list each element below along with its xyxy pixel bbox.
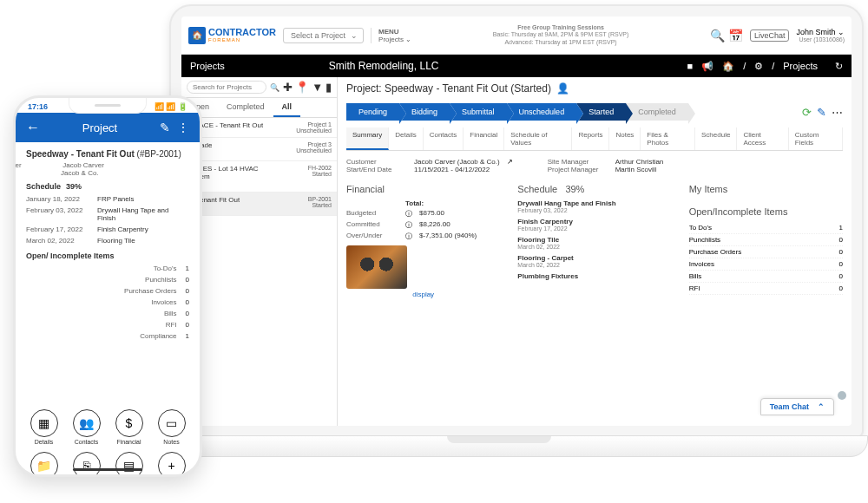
- p-sched-date: January 18, 2022: [26, 195, 92, 203]
- breadcrumb[interactable]: Projects: [783, 61, 818, 71]
- refresh-icon[interactable]: ⟳: [802, 106, 812, 119]
- contacts-icon: 👥: [73, 409, 101, 437]
- projmgr-value: Martin Scovill: [615, 166, 657, 173]
- stage-unscheduled[interactable]: Unscheduled: [507, 103, 577, 121]
- project-row[interactable]: PALACE - Tenant Fit Out Project 1Unsched…: [181, 118, 337, 138]
- brand-logo[interactable]: 🏠 CONTRACTOR FOREMAN: [188, 27, 276, 44]
- stage-pending[interactable]: Pending: [346, 103, 399, 121]
- project-list-panel: 🔍 ✚ 📍 ▼ ▮ Open Completed All PALACE - Te…: [181, 77, 338, 426]
- customer-value: Jacob Carver (Jacob & Co.): [414, 158, 500, 166]
- search-icon[interactable]: 🔍: [270, 83, 279, 92]
- files-button[interactable]: 📁Files: [30, 452, 58, 477]
- filter-icon[interactable]: ▼: [312, 81, 323, 94]
- back-icon[interactable]: ←: [26, 120, 40, 135]
- p-oi-value: 1: [186, 265, 189, 272]
- announce-icon[interactable]: 📢: [701, 61, 713, 72]
- project-status: Started: [308, 202, 332, 208]
- sov-button[interactable]: ⎘SOV: [73, 452, 101, 477]
- project-row[interactable]: upgradeial Project 3Unscheduled: [181, 138, 337, 161]
- btn-label: Financial: [116, 439, 141, 445]
- sitemgr-value: Arthur Christian: [615, 158, 664, 166]
- edit-icon[interactable]: ✎: [160, 121, 170, 134]
- tab-all[interactable]: All: [273, 98, 301, 117]
- tab-completed[interactable]: Completed: [218, 98, 273, 117]
- calendar-icon[interactable]: 📅: [728, 29, 743, 42]
- pin-icon[interactable]: 📍: [295, 81, 309, 94]
- stage-completed[interactable]: Completed: [626, 103, 688, 121]
- edit-icon[interactable]: ✎: [817, 106, 826, 119]
- status-time: 17:16: [28, 102, 48, 111]
- project-list[interactable]: PALACE - Tenant Fit Out Project 1Unsched…: [181, 118, 337, 426]
- search-input[interactable]: [187, 81, 266, 94]
- person-icon[interactable]: 👤: [556, 82, 569, 95]
- tab-financial[interactable]: Financial: [464, 127, 504, 150]
- list-tabs: Open Completed All: [181, 98, 337, 118]
- phone-body[interactable]: Speedway - Tenant Fit Out (#BP-2001) Cus…: [16, 142, 200, 406]
- project-image-thumb[interactable]: [346, 245, 407, 289]
- add-icon[interactable]: ✚: [283, 81, 293, 94]
- details-icon: ▦: [30, 409, 58, 437]
- stage-bidding[interactable]: Bidding: [399, 103, 450, 121]
- project-id: Project 3: [296, 141, 332, 147]
- oi-label: Bills: [689, 272, 702, 280]
- btn-label: Notes: [163, 439, 179, 445]
- video-icon[interactable]: ■: [687, 61, 693, 71]
- tab-summary[interactable]: Summary: [346, 127, 389, 150]
- p-sched-task: FRP Panels: [97, 195, 135, 203]
- new-button[interactable]: +New: [158, 452, 186, 477]
- p-oi-label: Invoices: [26, 298, 186, 306]
- team-chat-label: Team Chat: [770, 402, 809, 411]
- home-indicator[interactable]: [73, 468, 142, 471]
- contacts-button[interactable]: 👥Contacts: [73, 409, 101, 445]
- p-oi-label: Punchlists: [26, 276, 186, 284]
- header-actions: ■ 📢 🏠 / ⚙ / Projects ↻: [687, 61, 843, 72]
- columns-icon[interactable]: ▮: [326, 81, 332, 94]
- stage-submittal[interactable]: Submittal: [450, 103, 507, 121]
- tab-files[interactable]: Files & Photos: [641, 127, 695, 150]
- tab-custom[interactable]: Custom Fields: [789, 127, 843, 150]
- menu-dropdown[interactable]: MENU Projects ⌄: [371, 28, 411, 43]
- financial-button[interactable]: $Financial: [115, 409, 143, 445]
- training-info: Free Group Training Sessions Basic: Thur…: [418, 24, 703, 46]
- top-bar: 🏠 CONTRACTOR FOREMAN Select a Project ME…: [181, 16, 852, 55]
- p-sched-pct: 39%: [66, 182, 82, 191]
- home-icon[interactable]: 🏠: [722, 61, 734, 72]
- tab-schedule[interactable]: Schedule: [695, 127, 737, 150]
- stage-started[interactable]: Started: [576, 103, 626, 121]
- search-icon[interactable]: 🔍: [710, 29, 725, 42]
- user-menu[interactable]: John Smith ⌄ User (10316086): [796, 28, 845, 42]
- tab-contacts[interactable]: Contacts: [424, 127, 464, 150]
- p-sched-task: Drywall Hang Tape and Finish: [97, 206, 189, 222]
- menu-label: MENU: [378, 28, 411, 36]
- tab-sov[interactable]: Schedule of Values: [504, 127, 572, 150]
- sched-task: Finish Carpentry: [517, 218, 671, 225]
- project-status: Started: [308, 171, 332, 177]
- details-button[interactable]: ▦Details: [30, 409, 58, 445]
- phone-header: ← Project ✎ ⋮: [16, 113, 200, 142]
- tab-client-access[interactable]: Client Access: [737, 127, 788, 150]
- project-selector[interactable]: Select a Project: [283, 28, 364, 43]
- dates-label: Start/End Date: [346, 166, 407, 173]
- more-icon[interactable]: ⋯: [832, 106, 843, 119]
- gear-icon[interactable]: ⚙: [754, 61, 763, 72]
- oi-label: RFI: [689, 284, 700, 292]
- history-icon[interactable]: ↻: [835, 61, 843, 72]
- display-link[interactable]: display: [346, 291, 500, 298]
- more-icon[interactable]: ⋮: [177, 121, 189, 134]
- external-link-icon[interactable]: ↗: [507, 158, 513, 166]
- tab-reports[interactable]: Reports: [572, 127, 609, 150]
- notes-button[interactable]: ▭Notes: [158, 409, 186, 445]
- tab-details[interactable]: Details: [389, 127, 423, 150]
- financial-title: Financial: [346, 184, 500, 194]
- team-chat-toggle[interactable]: Team Chat ⌃: [760, 398, 834, 415]
- project-row[interactable]: HOMES - Lot 14 HVAC Systemial FH-2002Sta…: [181, 161, 337, 193]
- livechat-button[interactable]: LiveChat: [750, 29, 790, 42]
- sched-task: Plumbing Fixtures: [517, 272, 671, 280]
- oi-label: Invoices: [689, 260, 714, 268]
- sched-date: March 02, 2022: [517, 262, 671, 268]
- project-row[interactable]: y - Tenant Fit Outial BP-2001Started: [181, 193, 337, 216]
- laptop-notch: [447, 436, 551, 443]
- custom-button[interactable]: ▤Custom: [115, 452, 143, 477]
- p-oi-value: 0: [186, 310, 189, 317]
- tab-notes[interactable]: Notes: [609, 127, 641, 150]
